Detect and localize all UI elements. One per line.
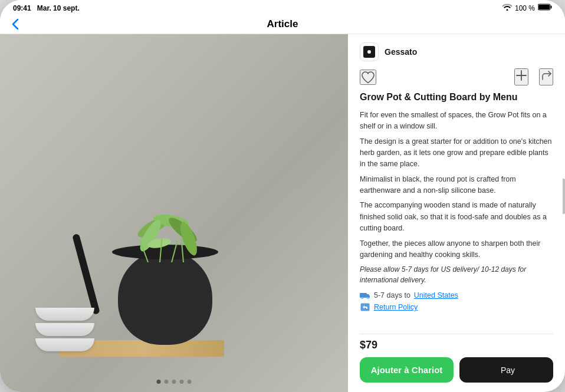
shipping-note: Please allow 5-7 days for US delivery/ 1… [360,264,553,285]
favorite-button[interactable] [360,70,376,85]
svg-rect-2 [551,6,552,9]
svg-point-4 [362,297,363,299]
delivery-text: 5-7 days to [374,291,410,299]
svg-point-5 [367,297,369,299]
plant-leaves-prop [130,215,206,262]
status-time-date: 09:41 Mar. 10 sept. [13,4,80,12]
return-policy-icon [360,303,370,311]
page-dots[interactable] [157,380,192,384]
power-button [563,179,565,214]
price-section: $79 Ajouter à Chariot Pay [360,334,553,383]
main-content: Gessato [0,34,565,392]
add-to-list-button[interactable] [514,68,528,85]
back-button[interactable] [12,18,19,30]
dot-1[interactable] [157,380,161,384]
product-detail-panel: Gessato [348,34,565,392]
seller-logo [360,42,379,61]
plant-pot-prop [118,251,212,345]
delivery-location-link[interactable]: United States [414,291,458,299]
dot-4[interactable] [180,380,184,384]
dot-2[interactable] [165,380,169,384]
nav-title: Article [267,18,298,30]
return-policy-link[interactable]: Return Policy [374,303,418,311]
desc-3: Minimalist in black, the round pot is cr… [360,174,553,197]
navigation-bar: Article [0,15,565,34]
desc-5: Together, the pieces allow anyone to sha… [360,238,553,261]
status-bar: 09:41 Mar. 10 sept. 100 % [0,0,565,15]
desc-2: The design is a great starter for or add… [360,136,553,170]
product-image [0,34,348,392]
ipad-device: 09:41 Mar. 10 sept. 100 % [0,0,565,392]
status-icons: 100 % [502,4,552,12]
delivery-row: 5-7 days to United States [360,291,553,299]
seller-logo-inner [363,46,375,58]
share-button[interactable] [539,68,553,85]
cta-row: Ajouter à Chariot Pay [360,357,553,383]
battery-icon [538,4,552,12]
action-right [514,68,553,85]
bowl-stack-prop [35,308,94,354]
truck-icon [360,291,370,299]
dot-5[interactable] [188,380,192,384]
wifi-icon [502,4,512,12]
desc-1: Fit for even the smallest of spaces, the… [360,110,553,133]
apple-pay-button[interactable]: Pay [459,357,553,383]
svg-rect-3 [360,293,367,298]
dot-3[interactable] [172,380,176,384]
seller-logo-dot [367,50,371,54]
product-title: Grow Pot & Cutting Board by Menu [360,91,553,104]
return-row: Return Policy [360,303,553,311]
apple-pay-label: Pay [501,365,515,375]
product-price: $79 [360,339,553,351]
status-date: Mar. 10 sept. [37,4,80,12]
product-image-panel[interactable] [0,34,348,392]
status-time: 09:41 [13,4,31,12]
battery-percent: 100 % [515,4,535,12]
action-row [360,68,553,85]
svg-rect-1 [538,5,550,9]
seller-row: Gessato [360,42,553,61]
scissors-prop [72,233,100,315]
seller-name[interactable]: Gessato [385,47,417,57]
add-to-cart-button[interactable]: Ajouter à Chariot [360,357,454,383]
desc-4: The accompanying wooden stand is made of… [360,200,553,234]
